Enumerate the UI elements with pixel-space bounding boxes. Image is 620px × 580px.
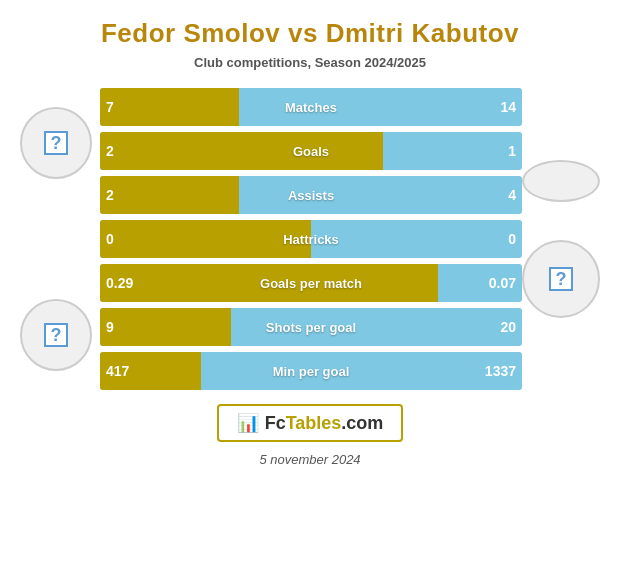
logo-icon: 📊	[237, 412, 259, 434]
val-right-2: 4	[508, 187, 516, 203]
avatar-left-bottom-icon: ?	[44, 323, 68, 347]
avatar-right-top	[522, 160, 600, 202]
bar-label-5: Shots per goal	[266, 320, 356, 335]
left-avatars: ? ?	[20, 107, 92, 371]
bar-row-6: Min per goal4171337	[100, 352, 522, 390]
bar-label-0: Matches	[285, 100, 337, 115]
comparison-area: ? ? Matches714Goals21Assists24Hattricks0…	[20, 88, 600, 390]
avatar-right-bottom-icon: ?	[549, 267, 573, 291]
avatar-left-bottom: ?	[20, 299, 92, 371]
page: Fedor Smolov vs Dmitri Kabutov Club comp…	[0, 0, 620, 580]
bar-row-5: Shots per goal920	[100, 308, 522, 346]
bar-row-2: Assists24	[100, 176, 522, 214]
logo-text: FcTables.com	[265, 413, 384, 434]
bar-label-3: Hattricks	[283, 232, 339, 247]
bar-wrapper-2: Assists24	[100, 176, 522, 214]
bar-label-2: Assists	[288, 188, 334, 203]
val-left-6: 417	[106, 363, 129, 379]
bar-row-4: Goals per match0.290.07	[100, 264, 522, 302]
date-label: 5 november 2024	[259, 452, 360, 467]
page-title: Fedor Smolov vs Dmitri Kabutov	[101, 18, 519, 49]
bar-fill-2	[100, 176, 239, 214]
bar-fill-3	[100, 220, 311, 258]
val-left-0: 7	[106, 99, 114, 115]
logo-area: 📊 FcTables.com	[217, 404, 404, 442]
val-right-4: 0.07	[489, 275, 516, 291]
bar-row-0: Matches714	[100, 88, 522, 126]
avatar-left-top: ?	[20, 107, 92, 179]
val-right-6: 1337	[485, 363, 516, 379]
val-right-5: 20	[500, 319, 516, 335]
avatar-right-bottom: ?	[522, 240, 600, 318]
right-avatars: ?	[522, 160, 600, 318]
bar-wrapper-6: Min per goal4171337	[100, 352, 522, 390]
logo-box: 📊 FcTables.com	[217, 404, 404, 442]
bar-fill-1	[100, 132, 383, 170]
val-right-0: 14	[500, 99, 516, 115]
val-left-2: 2	[106, 187, 114, 203]
val-left-5: 9	[106, 319, 114, 335]
val-left-1: 2	[106, 143, 114, 159]
avatar-left-top-icon: ?	[44, 131, 68, 155]
page-subtitle: Club competitions, Season 2024/2025	[194, 55, 426, 70]
bar-wrapper-3: Hattricks00	[100, 220, 522, 258]
bar-wrapper-4: Goals per match0.290.07	[100, 264, 522, 302]
bar-wrapper-5: Shots per goal920	[100, 308, 522, 346]
bar-row-1: Goals21	[100, 132, 522, 170]
val-right-3: 0	[508, 231, 516, 247]
bar-fill-0	[100, 88, 239, 126]
val-left-4: 0.29	[106, 275, 133, 291]
val-left-3: 0	[106, 231, 114, 247]
bar-label-1: Goals	[293, 144, 329, 159]
bar-wrapper-0: Matches714	[100, 88, 522, 126]
val-right-1: 1	[508, 143, 516, 159]
bar-wrapper-1: Goals21	[100, 132, 522, 170]
bar-label-4: Goals per match	[260, 276, 362, 291]
bar-label-6: Min per goal	[273, 364, 350, 379]
bars-container: Matches714Goals21Assists24Hattricks00Goa…	[100, 88, 522, 390]
bar-fill-5	[100, 308, 231, 346]
bar-row-3: Hattricks00	[100, 220, 522, 258]
